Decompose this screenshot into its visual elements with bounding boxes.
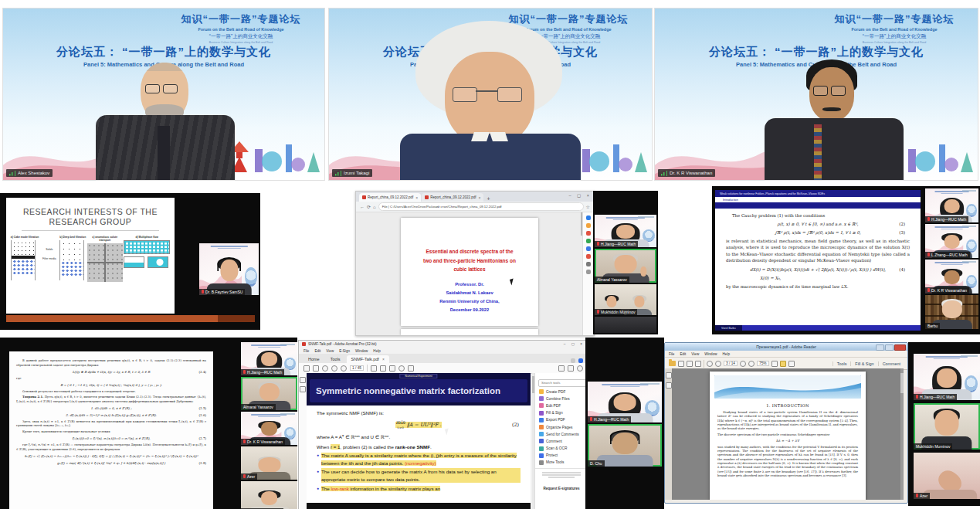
participant-video[interactable]: Dr. K R Viswanathan	[925, 260, 978, 294]
tool-export-pdf[interactable]: Export PDF	[535, 416, 588, 423]
comment-button[interactable]: Comment	[878, 361, 904, 366]
cloud-icon[interactable]	[577, 365, 583, 372]
tool-edit-pdf[interactable]: Edit PDF	[535, 402, 588, 409]
save-icon[interactable]	[678, 361, 684, 367]
tool-comment[interactable]: Comment	[535, 438, 588, 445]
participant-video[interactable]: Mukhiddin Muminov	[595, 284, 656, 315]
minimize-button[interactable]	[876, 344, 884, 351]
back-icon[interactable]: ←	[360, 205, 365, 209]
menu-help[interactable]: Help	[723, 352, 730, 356]
thumbnails-icon[interactable]	[300, 386, 306, 392]
scrollbar[interactable]	[900, 368, 904, 500]
zoom-level[interactable]: 75%	[757, 361, 769, 366]
pen-icon[interactable]	[380, 365, 386, 372]
menu-window[interactable]: Window	[704, 352, 717, 356]
zoom-out-icon[interactable]	[740, 361, 746, 367]
participant-video-speaking[interactable]: Almaral Yassarov	[241, 377, 297, 410]
tab-close-icon[interactable]: ×	[479, 195, 481, 200]
participant-video[interactable]: Azer	[914, 453, 980, 499]
email-icon[interactable]	[695, 361, 701, 367]
sidebar-icon[interactable]	[586, 254, 591, 259]
page-down-icon[interactable]	[341, 365, 347, 372]
page-down-icon[interactable]	[715, 361, 721, 367]
page-up-icon[interactable]	[707, 361, 713, 367]
gear-icon[interactable]	[586, 270, 591, 274]
tool-fill-sign[interactable]: Fill & Sign	[535, 409, 588, 416]
bookmarks-icon[interactable]	[666, 382, 672, 389]
bookmarks-icon[interactable]	[300, 377, 306, 383]
refresh-icon[interactable]: ⟳	[367, 204, 371, 209]
save-icon[interactable]	[303, 365, 310, 372]
maximize-button[interactable]	[885, 344, 894, 351]
url-field[interactable]: File | C:/Users/Acer/OneDrive/Рабочий ст…	[378, 202, 584, 211]
participant-video[interactable]: H.Jiang—RUC Math	[241, 342, 297, 375]
highlight-icon[interactable]	[389, 365, 395, 372]
search-icon[interactable]	[586, 215, 591, 220]
menu-file[interactable]: File	[669, 352, 674, 356]
comment-bubble-icon[interactable]	[780, 361, 786, 367]
tools-button[interactable]: Tools	[832, 361, 851, 366]
participant-video[interactable]: Barbu	[925, 295, 978, 329]
menu-edit[interactable]: Edit	[314, 349, 320, 353]
close-button[interactable]	[894, 344, 906, 351]
tool-organize-pages[interactable]: Organize Pages	[535, 423, 588, 430]
tab-home[interactable]: Home	[303, 355, 324, 363]
participant-video[interactable]: H.Jiang—RUC Math	[588, 382, 662, 422]
participant-video[interactable]: Dr. B.Fayziev SamSU	[199, 243, 259, 295]
sidebar-icon[interactable]	[586, 239, 591, 243]
fill-sign-button[interactable]: Fill & Sign	[850, 361, 877, 366]
menu-help[interactable]: Help	[373, 349, 380, 353]
share-icon[interactable]	[558, 365, 565, 372]
window-controls[interactable]: – ▢ ×	[564, 342, 585, 346]
open-icon[interactable]	[669, 361, 676, 366]
print-icon[interactable]	[687, 361, 693, 367]
participant-video[interactable]: L.Zhang—RUC Math	[925, 224, 978, 258]
menu-view[interactable]: View	[326, 349, 334, 353]
menu-esign[interactable]: E-Sign	[339, 349, 350, 353]
sidebar-icon[interactable]	[586, 246, 591, 251]
page-indicator[interactable]: 1 / 45	[350, 365, 364, 371]
request-esign-button[interactable]: Request E-signatures	[543, 487, 579, 490]
participant-video[interactable]: Mukhiddin Muminov	[241, 481, 297, 509]
rotate-icon[interactable]	[398, 365, 405, 372]
participant-video[interactable]: H.Jiang—RUC Math	[914, 354, 980, 400]
tab-close-icon[interactable]: ×	[382, 357, 385, 361]
search-icon[interactable]	[322, 365, 328, 372]
comment-icon[interactable]	[371, 365, 377, 372]
plus-icon[interactable]	[586, 262, 591, 266]
menu-edit[interactable]: Edit	[680, 352, 686, 356]
zoom-in-icon[interactable]	[748, 361, 754, 367]
tool-scan-ocr[interactable]: Scan & OCR	[535, 445, 588, 452]
signature-pen-icon[interactable]	[788, 361, 795, 367]
sidebar-icon[interactable]	[586, 223, 591, 228]
print-icon[interactable]	[313, 365, 319, 372]
sidebar-icon[interactable]	[586, 231, 591, 236]
tab-close-icon[interactable]: ×	[415, 195, 418, 200]
menu-view[interactable]: View	[691, 352, 699, 356]
speaker-video-1[interactable]: 知识“一带一路”专题论坛 Forum on the Belt and Road …	[2, 8, 325, 181]
thumbnails-icon[interactable]	[666, 372, 672, 378]
search-input[interactable]	[538, 379, 588, 387]
home-icon[interactable]: ⌂	[373, 205, 376, 209]
window-controls[interactable]	[876, 344, 906, 351]
email-icon[interactable]	[568, 365, 574, 372]
menu-window[interactable]: Window	[355, 349, 368, 353]
participant-video-speaking[interactable]: Almaral Yassarov	[595, 249, 656, 283]
window-controls[interactable]: – ▢ ×	[568, 193, 592, 198]
tool-create-pdf[interactable]: Create PDF	[535, 389, 588, 395]
page-indicator[interactable]: 3 / 14	[724, 361, 738, 366]
tab-tools[interactable]: Tools	[326, 355, 345, 363]
page-up-icon[interactable]	[331, 365, 337, 372]
participant-video[interactable]: Dr. K R Viswanathan	[241, 412, 297, 445]
participant-video[interactable]: H.Jiang—RUC Math	[925, 188, 978, 222]
participant-video[interactable]: Azer	[241, 446, 297, 480]
speaker-video-2[interactable]: 知识“一带一路”专题论坛 Forum on the Belt and Road …	[328, 8, 653, 181]
participant-video[interactable]: H.Jiang—RUC Math	[595, 215, 656, 247]
tool-protect[interactable]: Protect	[535, 452, 588, 459]
participant-video[interactable]	[595, 317, 656, 333]
tool-more-tools[interactable]: More Tools	[535, 459, 588, 466]
menu-file[interactable]: File	[303, 349, 309, 353]
participant-video-speaking[interactable]: D. Chu	[588, 424, 662, 467]
participant-video-speaking[interactable]: Mukhiddin Muminov	[914, 403, 980, 450]
browser-tab-1[interactable]: Report_china_09.12.2022.pdf×	[359, 193, 421, 202]
